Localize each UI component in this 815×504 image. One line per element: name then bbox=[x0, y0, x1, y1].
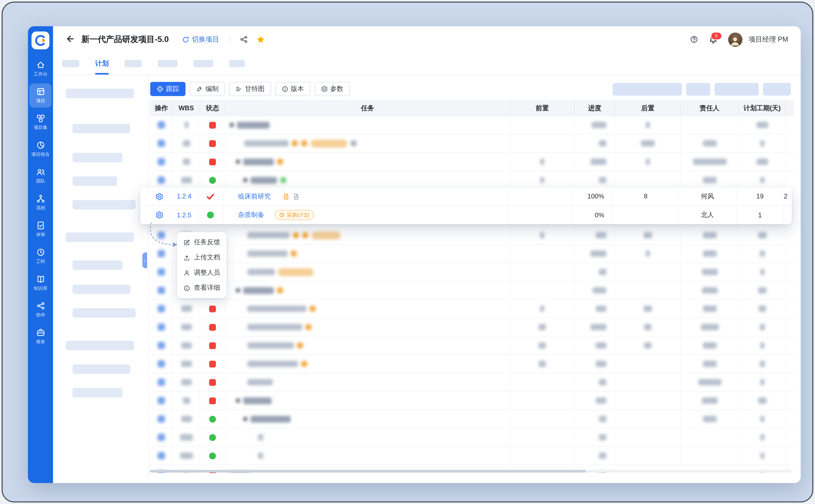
favorite-star-icon[interactable] bbox=[257, 35, 265, 44]
gear-icon[interactable] bbox=[155, 211, 163, 219]
sidebar-item-hours[interactable]: 工时 bbox=[29, 244, 51, 268]
task-row-1.2.5[interactable]: 1.2.5杂质制备采购计划0%北人1 bbox=[140, 206, 792, 224]
wbs-panel-item[interactable] bbox=[72, 285, 130, 294]
tab-plan[interactable]: 计划 bbox=[95, 53, 109, 75]
blurred-text bbox=[592, 287, 606, 294]
sidebar-item-projects[interactable]: 项目 bbox=[29, 84, 51, 108]
sidebar-item-portfolio[interactable]: 项目组合 bbox=[29, 137, 51, 161]
toolbar-placeholder-button[interactable] bbox=[763, 83, 791, 95]
wbs-panel-item[interactable] bbox=[72, 176, 117, 186]
wbs-panel-item[interactable] bbox=[66, 89, 134, 98]
menu-item-detail[interactable]: 查看详细 bbox=[177, 280, 227, 296]
app-logo[interactable] bbox=[31, 31, 49, 49]
tab-placeholder[interactable] bbox=[62, 60, 79, 67]
doc-orange-icon[interactable] bbox=[283, 193, 289, 200]
tab-bar: 计划 bbox=[53, 53, 801, 75]
horizontal-scrollbar[interactable] bbox=[150, 470, 791, 473]
tab-placeholder[interactable] bbox=[157, 60, 177, 67]
table-row[interactable] bbox=[150, 373, 794, 392]
table-row[interactable] bbox=[150, 318, 794, 337]
wbs-panel-item[interactable] bbox=[72, 364, 130, 374]
menu-item-upload[interactable]: 上传文档 bbox=[177, 250, 227, 265]
table-row[interactable] bbox=[150, 392, 794, 410]
toolbar-placeholder-button[interactable] bbox=[613, 83, 682, 95]
table-row[interactable] bbox=[150, 337, 794, 355]
table-row[interactable] bbox=[150, 447, 794, 465]
sidebar-item-collab[interactable]: 协作 bbox=[29, 298, 51, 322]
compile-button[interactable]: 编制 bbox=[190, 82, 225, 96]
panel-collapse-handle[interactable]: ‹ bbox=[142, 253, 147, 268]
wbs-panel-item[interactable] bbox=[72, 200, 135, 210]
cell bbox=[575, 134, 616, 152]
blurred-text bbox=[701, 324, 719, 330]
table-row[interactable] bbox=[150, 153, 794, 171]
cell bbox=[786, 428, 794, 446]
task-row-1.2.4[interactable]: 1.2.4临床前研究100%8何风192 bbox=[140, 188, 792, 206]
wbs-panel-item[interactable] bbox=[72, 153, 122, 162]
task-name-link[interactable]: 杂质制备 bbox=[238, 211, 264, 220]
blurred-text bbox=[278, 268, 314, 276]
cell bbox=[510, 337, 575, 354]
blurred-text bbox=[157, 379, 165, 386]
table-row[interactable] bbox=[150, 116, 794, 135]
avatar[interactable] bbox=[728, 32, 743, 47]
table-row[interactable] bbox=[150, 355, 794, 373]
wbs-panel-item[interactable] bbox=[72, 124, 130, 133]
wbs-panel-item[interactable] bbox=[66, 233, 134, 242]
table-row[interactable] bbox=[150, 410, 794, 429]
tab-label: 计划 bbox=[95, 59, 109, 68]
track-button[interactable]: 跟踪 bbox=[150, 82, 185, 96]
toolbar-placeholder-button[interactable] bbox=[686, 83, 710, 95]
table-row[interactable] bbox=[150, 134, 794, 153]
tab-placeholder[interactable] bbox=[125, 60, 142, 67]
switch-project-label: 切换项目 bbox=[192, 35, 219, 44]
table-row[interactable] bbox=[150, 171, 794, 190]
table-row[interactable] bbox=[150, 245, 794, 263]
blurred-text bbox=[646, 159, 650, 165]
wbs-panel-item[interactable] bbox=[66, 341, 134, 350]
table-row[interactable] bbox=[150, 226, 794, 245]
context-menu: 任务反馈上传文档调整人员查看详细 bbox=[177, 232, 227, 298]
sidebar-item-business[interactable]: 商务 bbox=[29, 324, 51, 349]
gantt-button[interactable]: 甘特图 bbox=[229, 82, 271, 96]
version-button[interactable]: 版本 bbox=[275, 82, 310, 96]
button-label: 参数 bbox=[330, 85, 343, 94]
sidebar-item-workbench[interactable]: 工作台 bbox=[29, 57, 51, 81]
help-icon[interactable] bbox=[690, 35, 698, 44]
wbs-panel-item[interactable] bbox=[72, 388, 122, 398]
sidebar-item-knowledge[interactable]: 知识库 bbox=[29, 271, 51, 295]
gear-icon[interactable] bbox=[155, 192, 163, 200]
back-button[interactable] bbox=[65, 34, 75, 45]
cell bbox=[786, 226, 794, 244]
toolbar-placeholder-button[interactable] bbox=[715, 83, 759, 95]
menu-item-feedback[interactable]: 任务反馈 bbox=[177, 235, 227, 250]
wbs-number: 1.2.4 bbox=[177, 193, 191, 200]
cell bbox=[510, 447, 575, 465]
procurement-plan-tag[interactable]: 采购计划 bbox=[275, 210, 314, 220]
wbs-panel-item[interactable] bbox=[72, 260, 122, 270]
params-button[interactable]: 参数 bbox=[314, 82, 350, 96]
switch-project-link[interactable]: 切换项目 bbox=[182, 35, 219, 44]
target-icon bbox=[156, 86, 163, 93]
doc-gray-icon[interactable] bbox=[292, 193, 299, 200]
table-row[interactable] bbox=[150, 263, 794, 282]
share-icon[interactable] bbox=[240, 35, 248, 44]
tab-placeholder[interactable] bbox=[193, 60, 213, 67]
table-row[interactable] bbox=[150, 428, 794, 447]
sidebar-item-review[interactable]: 评审 bbox=[29, 217, 51, 241]
notifications-button[interactable]: 5 bbox=[709, 35, 718, 44]
sidebar-item-team[interactable]: 团队 bbox=[29, 164, 51, 188]
sidebar-item-project-sets[interactable]: 项目集 bbox=[29, 110, 51, 134]
task-name-link[interactable]: 临床前研究 bbox=[238, 192, 271, 201]
scrollbar-thumb[interactable] bbox=[150, 470, 586, 473]
menu-item-person[interactable]: 调整人员 bbox=[177, 265, 227, 281]
cell bbox=[173, 300, 200, 318]
sidebar-item-process[interactable]: 流程 bbox=[29, 191, 51, 215]
cell bbox=[616, 226, 681, 244]
table-row[interactable] bbox=[150, 281, 794, 300]
tab-placeholder[interactable] bbox=[229, 60, 245, 67]
wbs-panel-item[interactable] bbox=[72, 308, 135, 318]
blurred-text bbox=[248, 269, 275, 275]
table-row[interactable] bbox=[150, 300, 794, 318]
cell bbox=[681, 355, 739, 373]
